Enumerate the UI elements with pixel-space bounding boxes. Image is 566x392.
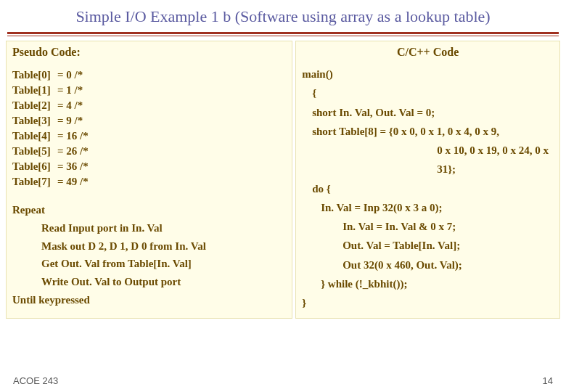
- repeat-line: Write Out. Val to Output port: [12, 273, 286, 291]
- table-row: Table[0]= 0 /*: [12, 68, 286, 83]
- cpp-line: Out. Val = Table[In. Val];: [302, 236, 554, 255]
- title-rule-thin: [7, 36, 559, 36]
- table-key: Table[0]: [12, 68, 57, 83]
- cpp-line: main(): [302, 65, 554, 83]
- table-row: Table[3]= 9 /*: [12, 113, 286, 128]
- cpp-line: } while (!_kbhit());: [302, 274, 554, 293]
- footer-source: ACOE 243: [13, 375, 58, 386]
- cpp-line: short Table[8] = {0 x 0, 0 x 1, 0 x 4, 0…: [302, 122, 554, 141]
- table-val: = 4 /*: [57, 98, 83, 113]
- table-val: = 9 /*: [57, 113, 83, 128]
- cpp-line: short In. Val, Out. Val = 0;: [302, 103, 554, 122]
- cpp-line: }: [302, 293, 554, 312]
- cpp-line: do {: [302, 179, 554, 198]
- cpp-code-panel: C/C++ Code main() { short In. Val, Out. …: [295, 41, 560, 319]
- table-key: Table[6]: [12, 159, 57, 174]
- cpp-block: main() { short In. Val, Out. Val = 0; sh…: [302, 65, 554, 312]
- footer: ACOE 243 14: [13, 375, 553, 386]
- table-init-block: Table[0]= 0 /* Table[1]= 1 /* Table[2]= …: [12, 68, 286, 189]
- table-row: Table[4]= 16 /*: [12, 128, 286, 144]
- repeat-line: Get Out. Val from Table[In. Val]: [12, 255, 286, 273]
- cpp-line: {: [302, 83, 554, 102]
- cpp-line: In. Val = Inp 32(0 x 3 a 0);: [302, 198, 554, 217]
- cpp-line: In. Val = In. Val & 0 x 7;: [302, 217, 554, 236]
- columns: Pseudo Code: Table[0]= 0 /* Table[1]= 1 …: [0, 41, 566, 319]
- repeat-keyword: Repeat: [12, 201, 286, 219]
- cpp-heading: C/C++ Code: [302, 46, 554, 59]
- table-row: Table[5]= 26 /*: [12, 144, 286, 159]
- table-val: = 26 /*: [57, 144, 89, 159]
- table-key: Table[1]: [12, 83, 57, 98]
- table-val: = 0 /*: [57, 68, 83, 83]
- pseudo-code-heading: Pseudo Code:: [12, 46, 286, 59]
- page-number: 14: [543, 375, 553, 386]
- table-key: Table[7]: [12, 174, 57, 189]
- table-row: Table[7]= 49 /*: [12, 174, 286, 189]
- table-row: Table[1]= 1 /*: [12, 83, 286, 98]
- table-row: Table[6]= 36 /*: [12, 159, 286, 174]
- table-val: = 16 /*: [57, 128, 89, 144]
- title-rule-thick: [7, 32, 559, 34]
- table-key: Table[3]: [12, 113, 57, 128]
- cpp-line: Out 32(0 x 460, Out. Val);: [302, 256, 554, 274]
- repeat-line: Mask out D 2, D 1, D 0 from In. Val: [12, 237, 286, 256]
- table-row: Table[2]= 4 /*: [12, 98, 286, 113]
- repeat-line: Read Input port in In. Val: [12, 219, 286, 237]
- table-key: Table[4]: [12, 128, 57, 144]
- repeat-block: Repeat Read Input port in In. Val Mask o…: [12, 201, 286, 309]
- table-val: = 49 /*: [57, 174, 89, 189]
- cpp-line: 0 x 10, 0 x 19, 0 x 24, 0 x 31};: [302, 141, 554, 179]
- slide-title: Simple I/O Example 1 b (Software using a…: [0, 0, 566, 30]
- pseudo-code-panel: Pseudo Code: Table[0]= 0 /* Table[1]= 1 …: [6, 41, 292, 319]
- table-val: = 1 /*: [57, 83, 83, 98]
- until-keyword: Until keypressed: [12, 291, 286, 309]
- table-key: Table[5]: [12, 144, 57, 159]
- table-key: Table[2]: [12, 98, 57, 113]
- table-val: = 36 /*: [57, 159, 89, 174]
